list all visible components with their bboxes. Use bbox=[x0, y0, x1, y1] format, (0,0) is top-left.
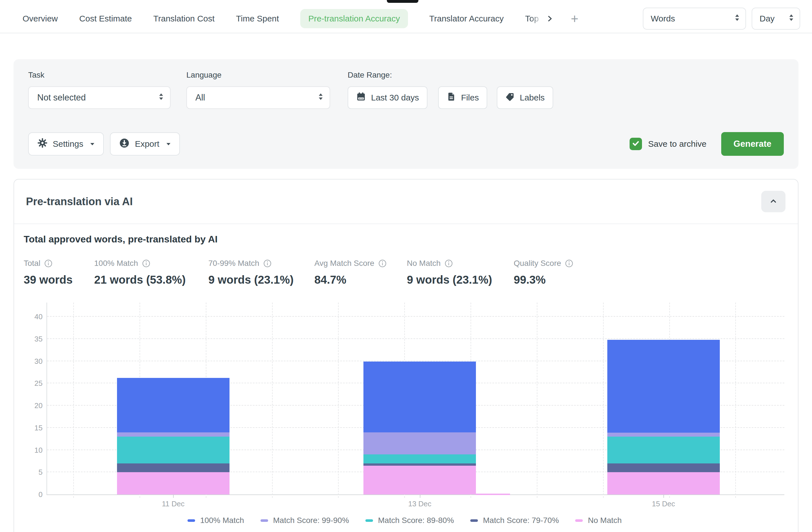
task-label: Task bbox=[28, 71, 186, 80]
info-icon[interactable] bbox=[263, 260, 272, 268]
legend-item-100-match[interactable]: 100% Match bbox=[188, 516, 244, 525]
tab-translation-cost[interactable]: Translation Cost bbox=[154, 14, 215, 24]
file-icon bbox=[447, 92, 456, 103]
files-button[interactable]: Files bbox=[438, 86, 487, 109]
calendar-icon bbox=[356, 92, 366, 103]
generate-button[interactable]: Generate bbox=[721, 132, 784, 156]
legend-label: 100% Match bbox=[200, 516, 244, 525]
add-tab-button[interactable]: + bbox=[571, 12, 579, 25]
stat-value: 84.7% bbox=[314, 274, 407, 286]
stat-value: 99.3% bbox=[514, 274, 573, 286]
report-filter-card: Task Not selected Language All Date Rang… bbox=[14, 59, 798, 169]
info-icon[interactable] bbox=[378, 260, 387, 268]
gridline-x-0 bbox=[73, 303, 74, 498]
period-select-value: Day bbox=[759, 14, 774, 24]
stat-label: 100% Match bbox=[94, 259, 208, 268]
screen-notch-bar bbox=[387, 0, 418, 3]
stat-no-match: No Match9 words (23.1%) bbox=[407, 259, 514, 286]
tab-overview[interactable]: Overview bbox=[23, 14, 58, 24]
settings-button[interactable]: Settings bbox=[28, 132, 104, 155]
legend-marker bbox=[470, 519, 478, 522]
language-select-value: All bbox=[195, 93, 205, 103]
info-icon[interactable] bbox=[565, 260, 573, 268]
nav-tabs: OverviewCost EstimateTranslation CostTim… bbox=[23, 9, 543, 28]
bar-15-dec[interactable] bbox=[607, 340, 720, 494]
language-label: Language bbox=[186, 71, 348, 80]
check-icon bbox=[632, 139, 640, 149]
legend-label: Match Score: 89-80% bbox=[378, 516, 454, 525]
gridline-x-10 bbox=[735, 303, 736, 498]
stat-value: 21 words (53.8%) bbox=[94, 274, 208, 286]
tab-pre-translation-accuracy[interactable]: Pre-translation Accuracy bbox=[300, 9, 408, 28]
language-select[interactable]: All bbox=[186, 86, 330, 109]
tab-translator-accuracy[interactable]: Translator Accuracy bbox=[430, 14, 504, 24]
period-select[interactable]: Day bbox=[752, 8, 800, 30]
save-to-archive-checkbox[interactable] bbox=[629, 138, 642, 150]
labels-button-label: Labels bbox=[520, 93, 545, 102]
bar-13-dec[interactable] bbox=[363, 362, 476, 494]
segment-match-score-89-80 bbox=[363, 454, 476, 463]
legend-item-match-score-99-90[interactable]: Match Score: 99-90% bbox=[261, 516, 349, 525]
scope-buttons: Files Labels bbox=[438, 86, 553, 109]
legend-item-no-match[interactable]: No Match bbox=[575, 516, 622, 525]
legend-label: Match Score: 79-70% bbox=[483, 516, 559, 525]
x-tickmark bbox=[420, 494, 420, 498]
segment-match-score-79-70 bbox=[363, 463, 476, 466]
y-tick-0: 0 bbox=[39, 490, 43, 499]
stat-label: Avg Match Score bbox=[314, 259, 407, 268]
tab-time-spent[interactable]: Time Spent bbox=[236, 14, 279, 24]
chart-subtitle: Total approved words, pre-translated by … bbox=[24, 234, 785, 245]
segment-match-score-99-90 bbox=[117, 432, 230, 437]
files-button-label: Files bbox=[461, 93, 479, 102]
date-range-button[interactable]: Last 30 days bbox=[348, 86, 427, 109]
stat-value: 9 words (23.1%) bbox=[407, 274, 514, 286]
generate-area: Save to archive Generate bbox=[629, 132, 784, 156]
info-icon[interactable] bbox=[44, 260, 53, 268]
select-stepper-icon bbox=[318, 93, 323, 103]
date-range-label: Date Range: bbox=[348, 71, 427, 80]
y-tick-15: 15 bbox=[34, 423, 43, 432]
bar-11-dec[interactable] bbox=[117, 378, 230, 494]
legend-item-match-score-79-70[interactable]: Match Score: 79-70% bbox=[470, 516, 559, 525]
stat-label: Quality Score bbox=[514, 259, 573, 268]
tab-top[interactable]: Top bbox=[525, 14, 543, 24]
task-select-value: Not selected bbox=[37, 93, 86, 103]
y-tick-30: 30 bbox=[34, 357, 43, 365]
labels-button[interactable]: Labels bbox=[497, 86, 553, 109]
filter-row: Task Not selected Language All Date Rang… bbox=[28, 71, 784, 109]
y-tick-35: 35 bbox=[34, 334, 43, 343]
x-tickmark bbox=[663, 494, 664, 498]
stat-70-99-match: 70-99% Match9 words (23.1%) bbox=[208, 259, 314, 286]
panel-title: Pre-translation via AI bbox=[26, 196, 133, 208]
legend-marker bbox=[261, 519, 268, 522]
gridline-y-40 bbox=[47, 316, 784, 317]
tabs-overflow-chevron-icon[interactable] bbox=[546, 14, 554, 23]
toolbar-row: Settings Export Save to archive Generate bbox=[28, 132, 784, 156]
unit-select[interactable]: Words bbox=[643, 8, 746, 30]
stat-100-match: 100% Match21 words (53.8%) bbox=[94, 259, 208, 286]
settings-button-label: Settings bbox=[53, 139, 83, 149]
segment-match-score-89-80 bbox=[117, 437, 230, 463]
info-icon[interactable] bbox=[142, 260, 150, 268]
info-icon[interactable] bbox=[445, 260, 453, 268]
tab-cost-estimate[interactable]: Cost Estimate bbox=[79, 14, 132, 24]
collapse-panel-button[interactable] bbox=[761, 191, 785, 212]
segment-100-match bbox=[363, 362, 476, 432]
legend-item-match-score-89-80[interactable]: Match Score: 89-80% bbox=[365, 516, 454, 525]
gear-icon bbox=[37, 138, 48, 150]
stat-label-text: 70-99% Match bbox=[208, 259, 259, 268]
stat-label-text: Total bbox=[24, 259, 40, 268]
nav-selects: Words Day bbox=[643, 8, 800, 30]
legend-marker bbox=[575, 519, 583, 522]
task-select[interactable]: Not selected bbox=[28, 86, 171, 109]
segment-match-score-99-90 bbox=[363, 432, 476, 455]
save-to-archive-label: Save to archive bbox=[648, 139, 707, 149]
legend-label: No Match bbox=[588, 516, 622, 525]
x-tick-15-dec: 15 Dec bbox=[652, 500, 675, 508]
export-button[interactable]: Export bbox=[110, 132, 180, 155]
task-filter-group: Task Not selected bbox=[28, 71, 186, 109]
date-range-value: Last 30 days bbox=[371, 93, 419, 102]
stat-value: 39 words bbox=[24, 274, 94, 286]
gridline-x-7 bbox=[537, 303, 537, 498]
y-tick-40: 40 bbox=[34, 312, 43, 321]
